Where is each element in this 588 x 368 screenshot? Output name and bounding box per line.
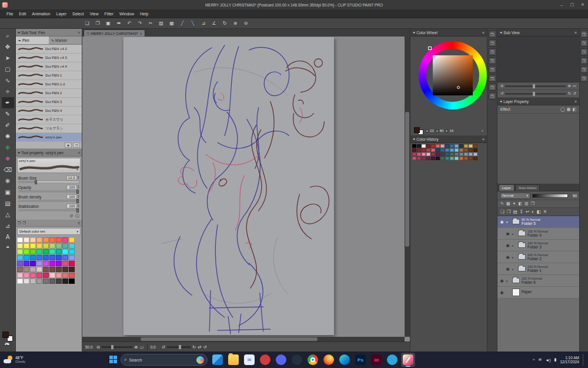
color-set-tab-icon[interactable]: ❒ bbox=[22, 221, 25, 225]
sub-view-rotate-slider[interactable] bbox=[505, 93, 566, 95]
color-swatch[interactable] bbox=[24, 261, 29, 266]
maximize-button[interactable]: ▢ bbox=[567, 0, 577, 9]
reset-icon[interactable]: ↺ bbox=[573, 91, 576, 96]
param-stepper[interactable]: ▲▼ bbox=[78, 176, 79, 180]
history-color-swatch[interactable] bbox=[464, 152, 468, 156]
expand-arrow-icon[interactable]: ▸ bbox=[506, 279, 510, 283]
layer-visibility-icon[interactable]: ◉ bbox=[499, 290, 505, 295]
palette-dock-icon[interactable]: ❒ bbox=[580, 75, 588, 82]
layer-row[interactable]: ◉ ▸ 100 % Normal Folder 6 bbox=[497, 275, 579, 287]
color-swatch[interactable] bbox=[30, 273, 36, 278]
layer-row[interactable]: ◉ ▸ 100 % Normal Folder 1 bbox=[497, 263, 579, 275]
vertical-scrollbar[interactable] bbox=[405, 37, 410, 337]
zoom-in-icon[interactable]: ⊕ bbox=[134, 344, 138, 350]
color-swatch[interactable] bbox=[30, 249, 36, 254]
palette-dock-icon[interactable]: ❒ bbox=[580, 66, 588, 73]
redo-icon[interactable]: ↷ bbox=[135, 19, 145, 28]
menu-item[interactable]: Layer bbox=[53, 12, 69, 16]
zoom-slider[interactable] bbox=[102, 346, 132, 348]
history-color-swatch[interactable] bbox=[469, 152, 473, 156]
telegram-icon[interactable] bbox=[385, 353, 399, 367]
color-swatch[interactable] bbox=[56, 261, 62, 266]
history-color-swatch[interactable] bbox=[436, 152, 440, 156]
figure-tool-icon[interactable]: △ bbox=[2, 209, 14, 220]
color-swatch[interactable] bbox=[49, 279, 55, 284]
zoom-in-icon[interactable]: ⊕ bbox=[567, 84, 570, 88]
history-color-swatch[interactable] bbox=[412, 148, 416, 152]
add-sub-tool-button[interactable]: ✚ bbox=[65, 142, 72, 148]
rotate-view-icon[interactable]: ↻ bbox=[220, 19, 229, 28]
fit-icon[interactable]: ▭ bbox=[573, 84, 576, 88]
panel-menu-icon[interactable]: ≡ bbox=[574, 100, 577, 104]
color-swatch[interactable] bbox=[56, 249, 62, 254]
panel-menu-icon[interactable]: ≡ bbox=[78, 151, 80, 155]
transparent-color-swatch[interactable] bbox=[4, 342, 10, 346]
color-swatch[interactable] bbox=[43, 255, 49, 260]
color-swatch[interactable] bbox=[30, 237, 36, 243]
sub-view-canvas[interactable] bbox=[497, 37, 579, 82]
apply-mask-icon[interactable]: ◧ bbox=[537, 209, 541, 214]
color-swatch[interactable] bbox=[56, 273, 62, 278]
new-folder-icon[interactable]: ▤ bbox=[513, 209, 517, 214]
expand-arrow-icon[interactable]: ▸ bbox=[512, 244, 516, 247]
color-swatch[interactable] bbox=[17, 255, 23, 260]
menu-item[interactable]: Animation bbox=[29, 12, 53, 16]
color-swatch[interactable] bbox=[43, 249, 49, 254]
color-swatch[interactable] bbox=[56, 237, 62, 243]
history-color-swatch[interactable] bbox=[440, 148, 445, 152]
history-color-swatch[interactable] bbox=[469, 144, 473, 148]
color-swatch[interactable] bbox=[49, 267, 55, 272]
zoom-in-icon[interactable]: ⊕ bbox=[230, 19, 240, 28]
history-color-swatch[interactable] bbox=[417, 157, 421, 160]
panel-menu-icon[interactable]: ≡ bbox=[482, 31, 485, 35]
history-color-swatch[interactable] bbox=[450, 148, 454, 152]
color-swatch[interactable] bbox=[36, 267, 42, 272]
blend-tool-icon[interactable]: ❋ bbox=[2, 175, 14, 187]
history-color-swatch[interactable] bbox=[450, 157, 454, 160]
measure-icon[interactable]: ∠ bbox=[209, 19, 219, 28]
slider-handle[interactable] bbox=[533, 84, 535, 88]
palette-dock-icon[interactable]: ❒ bbox=[489, 31, 496, 38]
expand-arrow-icon[interactable]: ▸ bbox=[512, 232, 516, 236]
grid-icon[interactable]: ▦ bbox=[167, 19, 176, 28]
history-color-swatch[interactable] bbox=[459, 157, 463, 160]
color-swatch[interactable] bbox=[49, 261, 55, 266]
history-color-swatch[interactable] bbox=[473, 157, 477, 160]
history-color-swatch[interactable] bbox=[426, 144, 430, 148]
history-color-swatch[interactable] bbox=[422, 157, 426, 160]
firefox-icon[interactable] bbox=[322, 353, 336, 367]
discord-icon[interactable] bbox=[274, 353, 288, 367]
search-box[interactable]: ⌕ Search bbox=[121, 354, 208, 366]
color-swatch[interactable] bbox=[17, 237, 23, 243]
indesign-icon[interactable]: Id bbox=[369, 353, 383, 367]
zoom-out-icon[interactable]: ⊖ bbox=[500, 84, 503, 88]
history-color-swatch[interactable] bbox=[450, 144, 454, 148]
menu-item[interactable]: File bbox=[4, 12, 16, 16]
text-tool-icon[interactable]: A bbox=[2, 231, 14, 243]
flip-horizontal-icon[interactable]: ⇄ bbox=[198, 344, 201, 350]
history-color-swatch[interactable] bbox=[431, 144, 435, 148]
param-slider[interactable] bbox=[18, 209, 79, 211]
palette-dock-icon[interactable]: ❒ bbox=[489, 92, 496, 100]
canvas-viewport[interactable] bbox=[82, 37, 405, 337]
history-color-swatch[interactable] bbox=[469, 157, 473, 160]
history-color-swatch[interactable] bbox=[440, 152, 445, 156]
layer-row[interactable]: ◉ ▾ 90 % Normal Folder 5 bbox=[497, 216, 579, 228]
edge-icon[interactable] bbox=[338, 353, 352, 367]
color-swatch[interactable] bbox=[49, 249, 55, 254]
lock-layer-icon[interactable]: ✦ bbox=[513, 201, 516, 206]
task-view-icon[interactable] bbox=[211, 353, 225, 367]
channel-value[interactable]: 80 bbox=[440, 129, 444, 132]
horizontal-scrollbar[interactable] bbox=[82, 337, 405, 342]
delete-layer-icon[interactable]: ✕ bbox=[543, 209, 547, 214]
slider-handle[interactable] bbox=[76, 190, 79, 194]
saturation-value-square[interactable] bbox=[433, 55, 473, 95]
color-swatch[interactable] bbox=[24, 273, 29, 278]
color-swatch[interactable] bbox=[36, 279, 42, 284]
history-color-swatch[interactable] bbox=[417, 152, 421, 156]
decoration-tool-icon[interactable]: ❉ bbox=[2, 142, 14, 153]
color-swatch[interactable] bbox=[36, 237, 42, 243]
param-slider[interactable] bbox=[18, 181, 79, 183]
layer-panel-tab[interactable]: Auto Action bbox=[515, 184, 540, 191]
panel-menu-icon[interactable]: ≡ bbox=[574, 31, 577, 35]
